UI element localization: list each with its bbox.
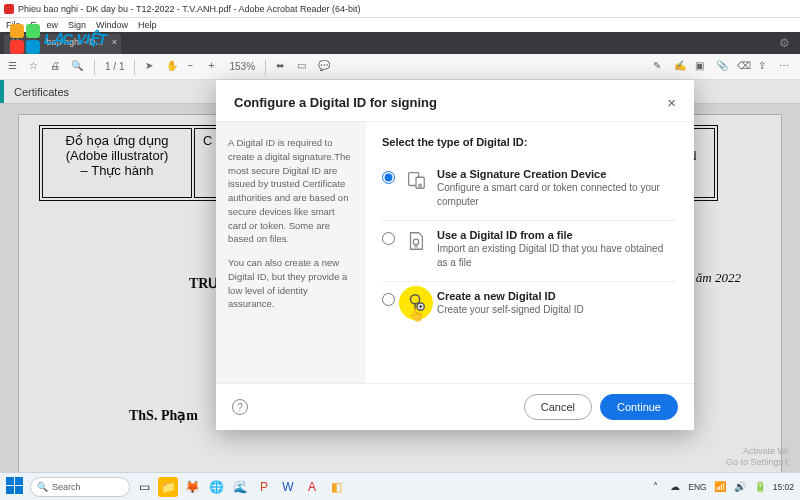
word-icon[interactable]: W — [278, 477, 298, 497]
zoom-out-icon[interactable]: − — [187, 60, 200, 73]
radio-from-file[interactable] — [382, 232, 395, 245]
erase-icon[interactable]: ⌫ — [737, 60, 750, 73]
window-title: Phieu bao nghi - DK day bu - T12-2022 - … — [18, 4, 361, 14]
hand-tool-icon[interactable]: ✋ — [166, 60, 179, 73]
radio-signature-device[interactable] — [382, 171, 395, 184]
select-type-label: Select the type of Digital ID: — [382, 136, 676, 148]
tray-chevron-icon[interactable]: ˄ — [648, 480, 662, 494]
dialog-title: Configure a Digital ID for signing — [234, 95, 437, 110]
file-badge-icon — [405, 230, 427, 252]
page-indicator[interactable]: 1 / 1 — [105, 61, 124, 72]
acrobat-toolbar: ☰ ☆ 🖨 🔍 1 / 1 ➤ ✋ − + 153% ⬌ ▭ 💬 ✎ ✍ ▣ 📎… — [0, 54, 800, 80]
dialog-sidebar: A Digital ID is required to create a dig… — [216, 122, 366, 383]
svg-point-4 — [411, 295, 420, 304]
id-badge-plus-icon: 👆 — [405, 291, 427, 313]
volume-icon[interactable]: 🔊 — [733, 480, 747, 494]
app-icon[interactable]: ◧ — [326, 477, 346, 497]
firefox-icon[interactable]: 🦊 — [182, 477, 202, 497]
option-signature-device[interactable]: Use a Signature Creation Device Configur… — [382, 160, 676, 221]
search-icon: 🔍 — [37, 482, 48, 492]
card-reader-icon — [405, 169, 427, 191]
fit-page-icon[interactable]: ▭ — [297, 60, 310, 73]
chrome-icon[interactable]: 🌐 — [206, 477, 226, 497]
menubar: File E ew Sign Window Help — [0, 18, 800, 32]
help-icon[interactable]: ? — [232, 399, 248, 415]
svg-point-3 — [413, 239, 419, 245]
acrobat-icon[interactable]: A — [302, 477, 322, 497]
tray-clock[interactable]: 15:02 — [773, 482, 794, 492]
comment-icon[interactable]: 💬 — [318, 60, 331, 73]
battery-icon[interactable]: 🔋 — [753, 480, 767, 494]
file-explorer-icon[interactable]: 📁 — [158, 477, 178, 497]
close-tab-icon[interactable]: × — [112, 37, 117, 47]
fit-width-icon[interactable]: ⬌ — [276, 60, 289, 73]
menu-help[interactable]: Help — [138, 20, 157, 30]
sidebar-toggle-icon[interactable]: ☰ — [8, 60, 21, 73]
cancel-button[interactable]: Cancel — [524, 394, 592, 420]
windows-taskbar: 🔍 Search ▭ 📁 🦊 🌐 🌊 P W A ◧ ˄ ☁ ENG 📶 🔊 🔋… — [0, 472, 800, 500]
search-icon[interactable]: 🔍 — [71, 60, 84, 73]
powerpoint-icon[interactable]: P — [254, 477, 274, 497]
continue-button[interactable]: Continue — [600, 394, 678, 420]
taskbar-search[interactable]: 🔍 Search — [30, 477, 130, 497]
window-titlebar: Phieu bao nghi - DK day bu - T12-2022 - … — [0, 0, 800, 18]
onedrive-icon[interactable]: ☁ — [668, 480, 682, 494]
document-tabstrip: H bao nghi - D...× ⚙ — [0, 32, 800, 54]
zoom-level[interactable]: 153% — [229, 61, 255, 72]
print-icon[interactable]: 🖨 — [50, 60, 63, 73]
highlight-icon[interactable]: ✎ — [653, 60, 666, 73]
pointer-icon[interactable]: ➤ — [145, 60, 158, 73]
activate-windows-watermark: Activate Wi Go to Settings t — [726, 446, 788, 468]
lac-viet-logo: LẠC VIỆT — [10, 24, 107, 54]
pointer-cursor-icon: 👆 — [408, 307, 424, 322]
system-tray: ˄ ☁ ENG 📶 🔊 🔋 15:02 — [648, 480, 794, 494]
more-icon[interactable]: ⋯ — [779, 60, 792, 73]
zoom-in-icon[interactable]: + — [208, 60, 221, 73]
radio-create-new[interactable] — [382, 293, 395, 306]
close-icon[interactable]: × — [667, 94, 676, 111]
attach-icon[interactable]: 📎 — [716, 60, 729, 73]
star-icon[interactable]: ☆ — [29, 60, 42, 73]
option-create-new[interactable]: 👆 Create a new Digital ID Create your se… — [382, 282, 676, 329]
wifi-icon[interactable]: 📶 — [713, 480, 727, 494]
start-button[interactable] — [6, 477, 26, 497]
sign-icon[interactable]: ✍ — [674, 60, 687, 73]
task-view-icon[interactable]: ▭ — [134, 477, 154, 497]
tray-language[interactable]: ENG — [688, 482, 706, 492]
configure-digital-id-dialog: Configure a Digital ID for signing × A D… — [216, 80, 694, 430]
option-from-file[interactable]: Use a Digital ID from a file Import an e… — [382, 221, 676, 282]
acrobat-app-icon — [4, 4, 14, 14]
edge-icon[interactable]: 🌊 — [230, 477, 250, 497]
share-icon[interactable]: ⇪ — [758, 60, 771, 73]
settings-gear-icon[interactable]: ⚙ — [779, 36, 790, 50]
stamp-icon[interactable]: ▣ — [695, 60, 708, 73]
